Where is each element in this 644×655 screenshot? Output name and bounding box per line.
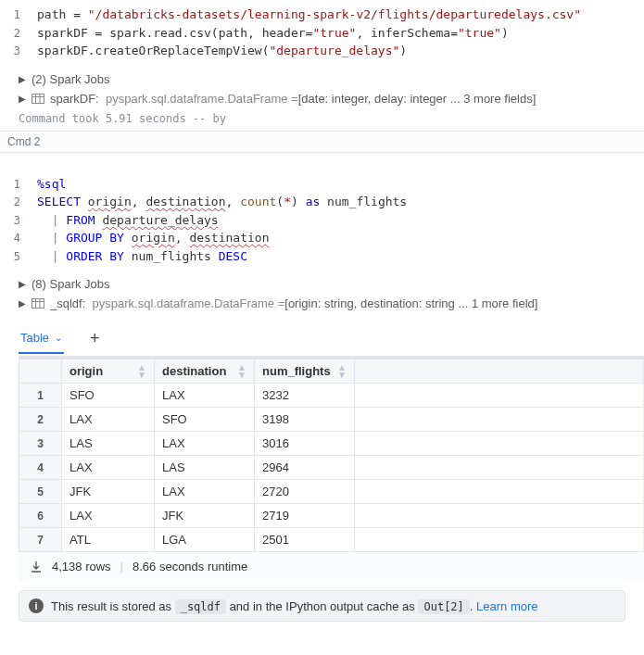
cell-destination: LAX bbox=[155, 384, 255, 408]
cell-origin: JFK bbox=[62, 480, 155, 504]
line-number: 4 bbox=[0, 230, 37, 246]
row-number: 4 bbox=[19, 456, 62, 480]
table-row[interactable]: 1SFOLAX3232 bbox=[19, 384, 644, 408]
cell-origin: LAS bbox=[62, 432, 155, 456]
results-footer: 4,138 rows | 8.66 seconds runtime bbox=[19, 551, 644, 581]
code-line: | FROM departure_delays bbox=[37, 211, 219, 230]
table-row[interactable]: 2LAXSFO3198 bbox=[19, 408, 644, 432]
spark-jobs-label: (2) Spark Jobs bbox=[32, 72, 110, 86]
tab-table[interactable]: Table ⌄ bbox=[19, 331, 64, 354]
cell-destination: LAS bbox=[155, 456, 255, 480]
cell-destination: LAX bbox=[155, 432, 255, 456]
cell-origin: LAX bbox=[62, 456, 155, 480]
dataframe-schema-toggle[interactable]: ▶ _sqldf: pyspark.sql.dataframe.DataFram… bbox=[0, 294, 644, 313]
cell-destination: LGA bbox=[155, 528, 255, 552]
results-table-container: origin▲▼ destination▲▼ num_flights▲▼ 1SF… bbox=[19, 358, 644, 551]
command-label: Cmd 2 bbox=[0, 131, 644, 153]
column-header-destination[interactable]: destination▲▼ bbox=[155, 359, 255, 384]
code-line: sparkDF = spark.read.csv(path, header="t… bbox=[37, 24, 509, 43]
code-line: SELECT origin, destination, count(*) as … bbox=[37, 193, 407, 211]
variable-chip: Out[2] bbox=[418, 599, 469, 614]
svg-rect-4 bbox=[32, 299, 44, 309]
tab-label: Table bbox=[20, 331, 49, 345]
code-line: path = "/databricks-datasets/learning-sp… bbox=[37, 6, 581, 24]
line-number: 2 bbox=[0, 25, 37, 42]
learn-more-link[interactable]: Learn more bbox=[476, 599, 537, 613]
row-count: 4,138 rows bbox=[52, 560, 111, 573]
cell-origin: SFO bbox=[62, 384, 155, 408]
column-filler bbox=[355, 359, 644, 384]
row-number: 3 bbox=[19, 432, 62, 456]
triangle-right-icon: ▶ bbox=[19, 94, 26, 104]
code-line: sparkDF.createOrReplaceTempView("departu… bbox=[37, 42, 407, 60]
row-number-header[interactable] bbox=[19, 359, 62, 384]
download-icon[interactable] bbox=[30, 561, 43, 573]
table-row[interactable]: 7ATLLGA2501 bbox=[19, 528, 644, 552]
row-number: 6 bbox=[19, 504, 62, 528]
command-timing: Command took 5.91 seconds -- by bbox=[0, 108, 644, 131]
sort-icon: ▲▼ bbox=[137, 364, 146, 379]
spark-jobs-toggle[interactable]: ▶ (2) Spark Jobs bbox=[0, 69, 644, 89]
code-line: | ORDER BY num_flights DESC bbox=[37, 247, 247, 266]
dataframe-schema: [origin: string, destination: string ...… bbox=[284, 296, 537, 310]
line-number: 1 bbox=[0, 6, 37, 23]
column-header-origin[interactable]: origin▲▼ bbox=[62, 359, 155, 384]
line-number: 5 bbox=[0, 248, 37, 265]
row-number: 5 bbox=[19, 480, 62, 504]
code-line: | GROUP BY origin, destination bbox=[37, 229, 269, 247]
triangle-right-icon: ▶ bbox=[19, 74, 26, 84]
code-cell-2[interactable]: 1 %sql 2 SELECT origin, destination, cou… bbox=[0, 170, 644, 275]
triangle-right-icon: ▶ bbox=[19, 298, 26, 309]
svg-rect-0 bbox=[32, 94, 44, 103]
dataframe-type: pyspark.sql.dataframe.DataFrame = bbox=[93, 296, 285, 310]
cell-destination: JFK bbox=[155, 504, 255, 528]
cell-num-flights: 2501 bbox=[255, 528, 355, 552]
spark-jobs-label: (8) Spark Jobs bbox=[32, 277, 110, 291]
line-number: 1 bbox=[0, 176, 37, 193]
variable-chip: _sqldf bbox=[175, 599, 226, 614]
cell-num-flights: 2719 bbox=[255, 504, 355, 528]
cell-origin: LAX bbox=[62, 504, 155, 528]
cell-num-flights: 3198 bbox=[255, 408, 355, 432]
line-number: 3 bbox=[0, 212, 37, 229]
line-number: 2 bbox=[0, 194, 37, 210]
cell-destination: SFO bbox=[155, 408, 255, 432]
cell-num-flights: 3016 bbox=[255, 432, 355, 456]
runtime: 8.66 seconds runtime bbox=[133, 560, 247, 573]
table-row[interactable]: 5JFKLAX2720 bbox=[19, 480, 644, 504]
cell-num-flights: 3232 bbox=[255, 384, 355, 408]
line-number: 3 bbox=[0, 43, 37, 59]
dataframe-type: pyspark.sql.dataframe.DataFrame = bbox=[106, 92, 298, 106]
code-line: %sql bbox=[37, 175, 66, 194]
dataframe-name: _sqldf: bbox=[50, 296, 85, 310]
sort-icon: ▲▼ bbox=[237, 364, 246, 379]
table-row[interactable]: 4LAXLAS2964 bbox=[19, 456, 644, 480]
dataframe-icon bbox=[32, 298, 44, 309]
dataframe-schema: [date: integer, delay: integer ... 3 mor… bbox=[298, 92, 537, 106]
row-number: 2 bbox=[19, 408, 62, 432]
dataframe-icon bbox=[32, 94, 44, 104]
add-tab-button[interactable]: + bbox=[90, 329, 100, 354]
table-row[interactable]: 3LASLAX3016 bbox=[19, 432, 644, 456]
code-cell-1[interactable]: 1 path = "/databricks-datasets/learning-… bbox=[0, 0, 644, 69]
cell-origin: ATL bbox=[62, 528, 155, 552]
results-table: origin▲▼ destination▲▼ num_flights▲▼ 1SF… bbox=[19, 359, 644, 551]
result-tabs: Table ⌄ + bbox=[19, 326, 644, 358]
sort-icon: ▲▼ bbox=[337, 364, 347, 379]
row-number: 1 bbox=[19, 384, 62, 408]
cell-num-flights: 2964 bbox=[255, 456, 355, 480]
cell-num-flights: 2720 bbox=[255, 480, 355, 504]
info-text: This result is stored as _sqldf and in t… bbox=[51, 599, 538, 613]
cell-origin: LAX bbox=[62, 408, 155, 432]
dataframe-schema-toggle[interactable]: ▶ sparkDF: pyspark.sql.dataframe.DataFra… bbox=[0, 89, 644, 108]
row-number: 7 bbox=[19, 528, 62, 552]
cell-destination: LAX bbox=[155, 480, 255, 504]
info-banner: i This result is stored as _sqldf and in… bbox=[19, 590, 625, 622]
info-icon: i bbox=[29, 598, 44, 613]
table-row[interactable]: 6LAXJFK2719 bbox=[19, 504, 644, 528]
spark-jobs-toggle[interactable]: ▶ (8) Spark Jobs bbox=[0, 274, 644, 294]
triangle-right-icon: ▶ bbox=[19, 279, 26, 289]
column-header-num-flights[interactable]: num_flights▲▼ bbox=[255, 359, 355, 384]
dataframe-name: sparkDF: bbox=[50, 92, 99, 106]
chevron-down-icon: ⌄ bbox=[55, 333, 62, 343]
